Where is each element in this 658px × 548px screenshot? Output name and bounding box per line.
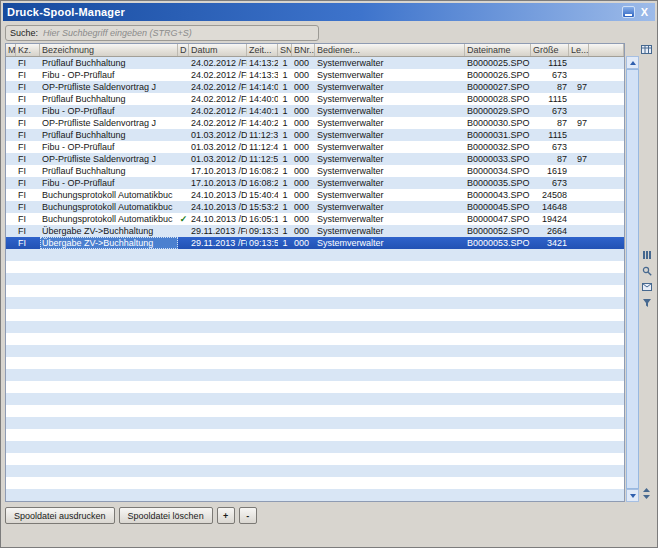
- cell-filler: [589, 165, 624, 177]
- cell-m: [6, 129, 16, 141]
- column-header-snr[interactable]: SNr..: [278, 44, 292, 56]
- cell-datum: 29.11.2013 /Fr: [189, 237, 247, 249]
- column-header-bnr[interactable]: BNr..: [292, 44, 315, 56]
- cell-datum: 24.02.2012 /Fr: [189, 93, 247, 105]
- cell-bnr: 000: [292, 153, 315, 165]
- cell-kz: FI: [16, 213, 40, 225]
- scrollbar-thumb[interactable]: [626, 69, 639, 489]
- column-header-m[interactable]: M: [6, 44, 16, 56]
- table-row[interactable]: FIPrüflauf Buchhaltung24.02.2012 /Fr14:1…: [6, 57, 624, 69]
- cell-dateiname: B0000030.SPO: [465, 117, 531, 129]
- close-button[interactable]: X: [638, 6, 651, 18]
- mail-icon[interactable]: [640, 280, 653, 293]
- druck-spool-manager-window: Druck-Spool-Manager X Suche: Hier Suchbe…: [0, 0, 658, 548]
- columns-icon[interactable]: [640, 248, 653, 261]
- table-header: MKz.BezeichnungDDatumZeit...SNr..BNr..Be…: [6, 44, 624, 57]
- cell-groesse: 87: [531, 153, 569, 165]
- print-spool-button[interactable]: Spooldatei ausdrucken: [5, 507, 115, 524]
- cell-groesse: 673: [531, 105, 569, 117]
- table-row[interactable]: FIOP-Prüfliste Saldenvortrag J01.03.2012…: [6, 153, 624, 165]
- cell-zeit: 11:12:3...: [247, 129, 278, 141]
- table-row[interactable]: FIFibu - OP-Prüflauf17.10.2013 /Do16:08:…: [6, 177, 624, 189]
- column-header-zeit[interactable]: Zeit...: [247, 44, 278, 56]
- scroll-down-button[interactable]: [626, 489, 639, 502]
- table-row[interactable]: FIFibu - OP-Prüflauf24.02.2012 /Fr14:40:…: [6, 105, 624, 117]
- cell-bnr: 000: [292, 201, 315, 213]
- cell-snr: 1: [278, 189, 292, 201]
- cell-m: [6, 153, 16, 165]
- search-icon[interactable]: [640, 264, 653, 277]
- cell-datum: 24.02.2012 /Fr: [189, 117, 247, 129]
- table-row[interactable]: FIBuchungsprotokoll Automatikbuc24.10.20…: [6, 201, 624, 213]
- column-header-kz[interactable]: Kz.: [16, 44, 40, 56]
- table-row[interactable]: FIPrüflauf Buchhaltung17.10.2013 /Do16:0…: [6, 165, 624, 177]
- cell-zeit: 16:05:1...: [247, 213, 278, 225]
- cell-snr: 1: [278, 129, 292, 141]
- remove-button[interactable]: -: [239, 507, 257, 524]
- cell-bediener: Systemverwalter: [315, 165, 465, 177]
- vertical-scrollbar[interactable]: [626, 56, 639, 502]
- cell-le: [569, 177, 589, 189]
- cell-le: [569, 237, 589, 249]
- cell-snr: 1: [278, 93, 292, 105]
- cell-bediener: Systemverwalter: [315, 201, 465, 213]
- cell-zeit: 15:53:2...: [247, 201, 278, 213]
- cell-filler: [589, 81, 624, 93]
- column-header-groesse[interactable]: Größe: [531, 44, 569, 56]
- scrollbar-track[interactable]: [626, 69, 639, 489]
- scroll-up-button[interactable]: [626, 56, 639, 69]
- column-header-bediener[interactable]: Bediener...: [315, 44, 465, 56]
- table-row[interactable]: FIOP-Prüfliste Saldenvortrag J24.02.2012…: [6, 81, 624, 93]
- cell-bediener: Systemverwalter: [315, 81, 465, 93]
- table-row[interactable]: FIPrüflauf Buchhaltung24.02.2012 /Fr14:4…: [6, 93, 624, 105]
- fit-rows-icon[interactable]: [640, 487, 653, 500]
- cell-kz: FI: [16, 129, 40, 141]
- cell-d: [178, 177, 189, 189]
- cell-snr: 1: [278, 237, 292, 249]
- grid-option-icons: [640, 248, 653, 309]
- cell-bezeichnung: Fibu - OP-Prüflauf: [40, 177, 178, 189]
- table-row[interactable]: FIBuchungsprotokoll Automatikbuc✓24.10.2…: [6, 213, 624, 225]
- cell-kz: FI: [16, 141, 40, 153]
- cell-le: [569, 105, 589, 117]
- search-input[interactable]: Hier Suchbegriff eingeben (STRG+S): [43, 28, 314, 38]
- delete-spool-button[interactable]: Spooldatei löschen: [119, 507, 213, 524]
- cell-bnr: 000: [292, 81, 315, 93]
- column-header-bezeichnung[interactable]: Bezeichnung: [40, 44, 178, 56]
- table-row-selected[interactable]: FIÜbergabe ZV->Buchhaltung29.11.2013 /Fr…: [6, 237, 624, 249]
- cell-filler: [589, 105, 624, 117]
- column-header-datum[interactable]: Datum: [189, 44, 247, 56]
- cell-bnr: 000: [292, 141, 315, 153]
- filter-icon[interactable]: [640, 296, 653, 309]
- column-header-d[interactable]: D: [178, 44, 189, 56]
- column-settings-icon[interactable]: [640, 43, 653, 56]
- table-row[interactable]: FIBuchungsprotokoll Automatikbuc24.10.20…: [6, 189, 624, 201]
- table-row[interactable]: FIPrüflauf Buchhaltung01.03.2012 /Do11:1…: [6, 129, 624, 141]
- cell-d: [178, 117, 189, 129]
- cell-snr: 1: [278, 213, 292, 225]
- table-row[interactable]: FIFibu - OP-Prüflauf01.03.2012 /Do11:12:…: [6, 141, 624, 153]
- cell-groesse: 673: [531, 141, 569, 153]
- add-button[interactable]: +: [217, 507, 235, 524]
- cell-groesse: 1115: [531, 93, 569, 105]
- cell-filler: [589, 213, 624, 225]
- cell-kz: FI: [16, 57, 40, 69]
- cell-bezeichnung: Prüflauf Buchhaltung: [40, 165, 178, 177]
- cell-zeit: 14:40:2...: [247, 117, 278, 129]
- cell-bnr: 000: [292, 57, 315, 69]
- column-header-dateiname[interactable]: Dateiname: [465, 44, 531, 56]
- column-header-le[interactable]: Le...: [569, 44, 589, 56]
- table-row[interactable]: FIÜbergabe ZV->Buchhaltung29.11.2013 /Fr…: [6, 225, 624, 237]
- cell-kz: FI: [16, 201, 40, 213]
- cell-zeit: 14:40:0...: [247, 93, 278, 105]
- column-header-filler[interactable]: [589, 44, 624, 56]
- cell-le: 97: [569, 81, 589, 93]
- cell-groesse: 14648: [531, 201, 569, 213]
- cell-filler: [589, 177, 624, 189]
- table-row[interactable]: FIOP-Prüfliste Saldenvortrag J24.02.2012…: [6, 117, 624, 129]
- cell-kz: FI: [16, 237, 40, 249]
- minimize-button[interactable]: [622, 6, 635, 18]
- spool-table: MKz.BezeichnungDDatumZeit...SNr..BNr..Be…: [5, 43, 625, 502]
- table-row[interactable]: FIFibu - OP-Prüflauf24.02.2012 /Fr14:13:…: [6, 69, 624, 81]
- cell-le: [569, 213, 589, 225]
